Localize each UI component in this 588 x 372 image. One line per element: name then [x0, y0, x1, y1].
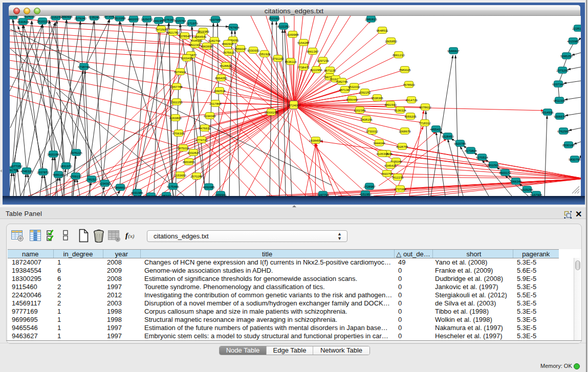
- svg-text:2090518: 2090518: [213, 90, 226, 93]
- svg-text:8014936: 8014936: [541, 111, 554, 114]
- svg-text:8122250: 8122250: [277, 25, 290, 28]
- svg-text:9513358: 9513358: [114, 17, 126, 20]
- svg-text:1781527: 1781527: [85, 178, 98, 181]
- svg-text:8653855: 8653855: [183, 161, 195, 164]
- svg-text:4709137: 4709137: [70, 175, 82, 178]
- svg-text:8603172: 8603172: [499, 171, 511, 174]
- svg-text:9588807: 9588807: [447, 50, 460, 53]
- svg-text:3767604: 3767604: [227, 26, 239, 29]
- svg-text:2980815: 2980815: [365, 18, 377, 21]
- svg-text:5858837: 5858837: [114, 186, 126, 189]
- svg-text:2302255: 2302255: [170, 101, 183, 104]
- svg-text:6762565: 6762565: [557, 130, 570, 133]
- svg-text:9203439: 9203439: [181, 57, 193, 60]
- svg-text:3420198: 3420198: [47, 153, 59, 156]
- svg-text:4891590: 4891590: [384, 103, 397, 106]
- svg-text:7718312: 7718312: [419, 122, 431, 125]
- svg-text:3105398: 3105398: [376, 152, 388, 156]
- svg-text:2570280: 2570280: [190, 175, 203, 178]
- svg-text:5830794: 5830794: [569, 158, 581, 161]
- svg-text:9306674: 9306674: [554, 115, 566, 118]
- svg-text:5822307: 5822307: [189, 43, 201, 47]
- svg-text:7066345: 7066345: [510, 180, 522, 183]
- svg-text:9648511: 9648511: [377, 29, 389, 32]
- svg-text:6738744: 6738744: [78, 65, 90, 69]
- svg-text:3532032: 3532032: [348, 85, 360, 89]
- svg-text:1831970: 1831970: [60, 165, 72, 168]
- svg-text:7559047: 7559047: [234, 48, 247, 51]
- svg-text:4032085: 4032085: [203, 186, 215, 189]
- svg-text:7624039: 7624039: [23, 16, 35, 18]
- svg-text:1629072: 1629072: [141, 18, 153, 21]
- svg-text:2017864: 2017864: [209, 102, 222, 105]
- svg-text:8661210: 8661210: [393, 54, 405, 57]
- svg-text:5408156: 5408156: [360, 118, 373, 121]
- svg-text:2037872: 2037872: [37, 171, 49, 174]
- svg-text:2153650: 2153650: [174, 174, 186, 177]
- svg-text:4059205: 4059205: [404, 115, 417, 118]
- svg-text:6270514: 6270514: [476, 156, 488, 159]
- svg-text:4151952: 4151952: [359, 193, 372, 196]
- svg-text:2521911: 2521911: [269, 17, 281, 20]
- svg-text:6821782: 6821782: [167, 31, 179, 34]
- svg-text:1202384: 1202384: [354, 109, 366, 112]
- svg-text:9330000: 9330000: [247, 49, 259, 52]
- svg-text:3444044: 3444044: [373, 142, 385, 145]
- svg-text:8536114: 8536114: [285, 60, 297, 63]
- svg-text:2053424: 2053424: [160, 194, 172, 196]
- svg-text:7135241: 7135241: [88, 16, 100, 19]
- svg-text:2373299: 2373299: [556, 69, 569, 72]
- svg-text:6175466: 6175466: [167, 185, 179, 188]
- svg-text:18724007: 18724007: [287, 104, 301, 107]
- svg-text:9332820: 9332820: [187, 151, 200, 155]
- svg-text:9078612: 9078612: [419, 106, 431, 109]
- svg-text:9920785: 9920785: [454, 142, 466, 145]
- svg-text:2728987: 2728987: [363, 185, 376, 188]
- svg-text:2392252: 2392252: [359, 91, 371, 94]
- svg-text:3077052: 3077052: [10, 165, 23, 168]
- svg-text:2634613: 2634613: [145, 195, 157, 196]
- svg-text:3530829: 3530829: [17, 20, 29, 24]
- svg-text:6263809: 6263809: [169, 117, 182, 120]
- svg-text:2579240: 2579240: [74, 17, 86, 20]
- svg-text:4602037: 4602037: [127, 18, 140, 21]
- svg-text:6875018: 6875018: [177, 147, 189, 150]
- svg-text:2964541: 2964541: [194, 35, 207, 38]
- svg-text:6706306: 6706306: [172, 132, 185, 135]
- svg-text:2351929: 2351929: [258, 53, 271, 56]
- svg-text:6433012: 6433012: [10, 16, 19, 18]
- svg-text:5661367: 5661367: [307, 50, 319, 53]
- svg-text:6963698: 6963698: [201, 45, 213, 48]
- svg-text:3791163: 3791163: [272, 57, 285, 60]
- svg-text:5730012: 5730012: [366, 130, 378, 133]
- svg-text:9328453: 9328453: [442, 135, 454, 138]
- svg-text:6345416: 6345416: [384, 164, 397, 167]
- svg-text:8530188: 8530188: [562, 144, 575, 147]
- svg-text:5037655: 5037655: [209, 18, 222, 21]
- svg-text:5154287: 5154287: [297, 41, 310, 45]
- svg-text:3819383: 3819383: [197, 30, 209, 33]
- svg-text:3169968: 3169968: [287, 33, 299, 36]
- svg-text:1068679: 1068679: [399, 130, 411, 133]
- svg-text:8476611: 8476611: [199, 127, 211, 130]
- svg-text:1810111: 1810111: [37, 20, 49, 23]
- svg-text:5095259: 5095259: [560, 55, 573, 58]
- svg-text:9136324: 9136324: [394, 109, 406, 112]
- svg-text:6194349: 6194349: [204, 115, 216, 118]
- svg-text:3956442: 3956442: [346, 98, 358, 101]
- svg-text:1999941: 1999941: [214, 193, 227, 196]
- svg-text:7612236: 7612236: [391, 176, 404, 179]
- svg-text:3297239: 3297239: [317, 59, 329, 62]
- svg-text:18300295: 18300295: [265, 111, 278, 114]
- svg-text:7675615: 7675615: [223, 51, 235, 54]
- svg-text:8222954: 8222954: [310, 69, 322, 72]
- svg-text:4015985: 4015985: [567, 40, 579, 43]
- svg-text:2171979: 2171979: [186, 22, 198, 25]
- svg-text:8275367: 8275367: [163, 18, 175, 21]
- svg-text:7583025: 7583025: [399, 69, 411, 72]
- svg-text:3538365: 3538365: [371, 97, 383, 100]
- svg-text:7382745: 7382745: [336, 80, 348, 83]
- svg-text:7655194: 7655194: [52, 173, 64, 177]
- svg-text:4914729: 4914729: [405, 99, 418, 102]
- svg-text:8173808: 8173808: [465, 149, 477, 152]
